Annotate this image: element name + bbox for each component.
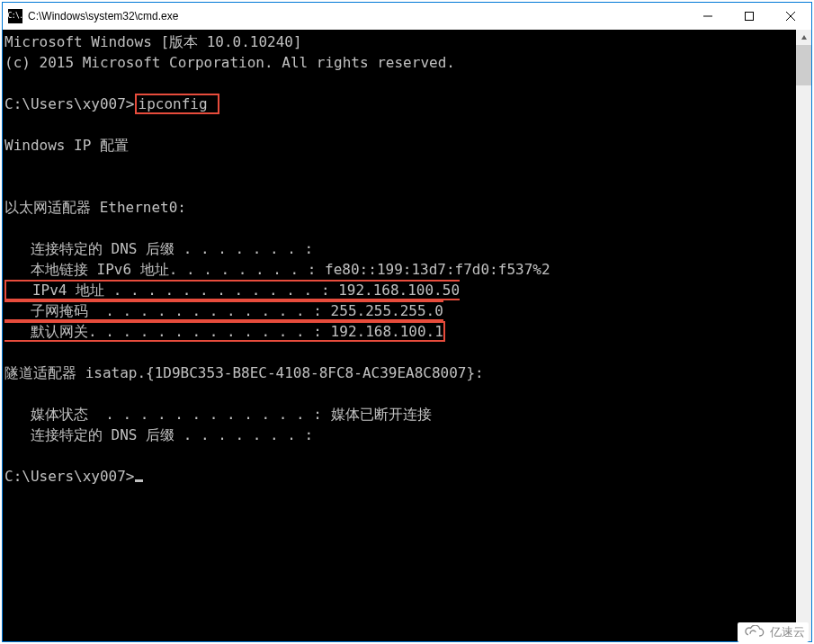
gateway-line: 默认网关. . . . . . . . . . . . . : 192.168.…: [4, 323, 443, 340]
minimize-button[interactable]: [687, 3, 729, 30]
svg-rect-1: [746, 13, 754, 21]
adapter-title: 以太网适配器 Ethernet0:: [4, 199, 186, 216]
close-button[interactable]: [770, 3, 811, 30]
cursor: [135, 479, 143, 482]
cmd-window: C:\. C:\Windows\system32\cmd.exe Microso…: [2, 2, 812, 642]
scroll-up-button[interactable]: [796, 30, 811, 45]
network-info-highlight: IPv4 地址 . . . . . . . . . . . . : 192.16…: [4, 280, 460, 342]
dns-suffix-line: 连接特定的 DNS 后缀 . . . . . . . :: [4, 426, 313, 443]
watermark: 亿速云: [738, 622, 809, 642]
ipv4-line: IPv4 地址 . . . . . . . . . . . . : 192.16…: [6, 282, 460, 299]
header-line: Microsoft Windows [版本 10.0.10240]: [4, 33, 302, 50]
svg-marker-4: [801, 35, 807, 40]
cmd-icon: C:\.: [8, 9, 22, 23]
vertical-scrollbar[interactable]: [796, 30, 811, 641]
dns-suffix-line: 连接特定的 DNS 后缀 . . . . . . . :: [4, 240, 313, 257]
terminal-output[interactable]: Microsoft Windows [版本 10.0.10240] (c) 20…: [3, 30, 811, 641]
command-highlight: ipconfig: [135, 94, 220, 114]
subnet-line: 子网掩码 . . . . . . . . . . . . : 255.255.2…: [4, 302, 443, 319]
ipv6-line: 本地链接 IPv6 地址. . . . . . . . : fe80::199:…: [4, 261, 550, 278]
adapter-title: 隧道适配器 isatap.{1D9BC353-B8EC-4108-8FC8-AC…: [4, 364, 484, 381]
scroll-thumb[interactable]: [796, 45, 811, 85]
prompt-path: C:\Users\xy007>: [4, 468, 135, 485]
media-state-line: 媒体状态 . . . . . . . . . . . . : 媒体已断开连接: [4, 406, 432, 423]
section-heading: Windows IP 配置: [4, 137, 129, 154]
cloud-icon: [741, 625, 766, 640]
prompt-path: C:\Users\xy007>: [4, 95, 135, 112]
titlebar[interactable]: C:\. C:\Windows\system32\cmd.exe: [3, 3, 811, 30]
scroll-track[interactable]: [796, 45, 811, 626]
maximize-button[interactable]: [729, 3, 770, 30]
window-title: C:\Windows\system32\cmd.exe: [28, 10, 178, 22]
watermark-text: 亿速云: [770, 624, 805, 640]
header-line: (c) 2015 Microsoft Corporation. All righ…: [4, 54, 455, 71]
